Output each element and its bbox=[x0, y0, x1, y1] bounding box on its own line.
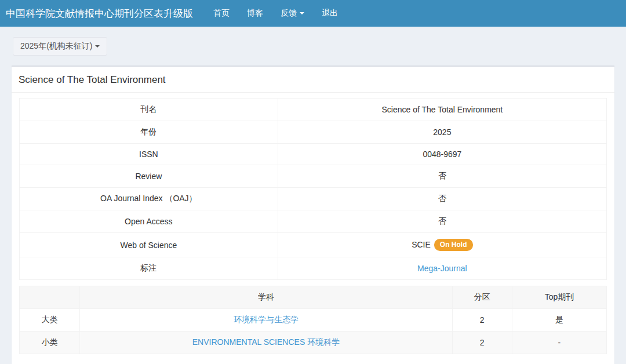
nav-item-feedback-label: 反馈 bbox=[281, 8, 297, 19]
table-row: Open Access 否 bbox=[20, 210, 607, 233]
top-journal-value: 是 bbox=[512, 309, 606, 332]
table-row: Web of Science SCIEOn Hold bbox=[20, 233, 607, 257]
field-value: 否 bbox=[278, 165, 606, 188]
table-row: 标注 Mega-Journal bbox=[20, 257, 607, 280]
nav-menu: 首页 博客 反馈 退出 bbox=[205, 0, 347, 27]
subject-cell: ENVIRONMENTAL SCIENCES 环境科学 bbox=[80, 332, 452, 354]
table-row-major-category: 大类 环境科学与生态学 2 是 bbox=[20, 309, 607, 332]
mega-journal-link[interactable]: Mega-Journal bbox=[417, 264, 467, 273]
column-header-partition: 分区 bbox=[452, 286, 512, 309]
journal-detail-table: 刊名 Science of The Total Environment 年份 2… bbox=[19, 98, 607, 280]
brand-title[interactable]: 中国科学院文献情报中心期刊分区表升级版 bbox=[0, 0, 200, 27]
nav-item-blog-label: 博客 bbox=[247, 8, 263, 19]
field-value: 0048-9697 bbox=[278, 144, 606, 165]
partition-value: 2 bbox=[452, 332, 512, 354]
year-dropdown-button[interactable]: 2025年(机构未征订) bbox=[13, 37, 107, 56]
subject-cell: 环境科学与生态学 bbox=[80, 309, 452, 332]
toolbar: 2025年(机构未征订) bbox=[0, 27, 626, 56]
field-value: 2025 bbox=[278, 121, 606, 144]
year-dropdown-label: 2025年(机构未征订) bbox=[20, 41, 92, 52]
field-label: Open Access bbox=[20, 210, 278, 233]
field-value: SCIEOn Hold bbox=[278, 233, 606, 257]
category-type: 小类 bbox=[20, 332, 80, 354]
table-row-minor-category: 小类 ENVIRONMENTAL SCIENCES 环境科学 2 - bbox=[20, 332, 607, 354]
nav-item-logout-label: 退出 bbox=[322, 8, 338, 19]
table-header-row: 学科 分区 Top期刊 bbox=[20, 286, 607, 309]
nav-item-blog[interactable]: 博客 bbox=[238, 0, 272, 27]
panel-body: 刊名 Science of The Total Environment 年份 2… bbox=[12, 93, 614, 364]
column-header-top: Top期刊 bbox=[512, 286, 606, 309]
field-label: 标注 bbox=[20, 257, 278, 280]
top-journal-value: - bbox=[512, 332, 606, 354]
field-label: ISSN bbox=[20, 144, 278, 165]
field-value: Science of The Total Environment bbox=[278, 99, 606, 121]
field-label: 刊名 bbox=[20, 99, 278, 121]
field-label: Web of Science bbox=[20, 233, 278, 257]
column-header-empty bbox=[20, 286, 80, 309]
nav-item-logout[interactable]: 退出 bbox=[313, 0, 347, 27]
nav-item-home[interactable]: 首页 bbox=[205, 0, 238, 27]
field-value: 否 bbox=[278, 188, 606, 210]
table-row: Review 否 bbox=[20, 165, 607, 188]
partition-table: 学科 分区 Top期刊 大类 环境科学与生态学 2 是 小类 EN bbox=[19, 286, 607, 354]
table-row: OA Journal Index （OAJ） 否 bbox=[20, 188, 607, 210]
field-label: OA Journal Index （OAJ） bbox=[20, 188, 278, 210]
field-value: Mega-Journal bbox=[278, 257, 606, 280]
journal-detail-panel: Science of The Total Environment 刊名 Scie… bbox=[12, 65, 614, 364]
subject-link[interactable]: ENVIRONMENTAL SCIENCES 环境科学 bbox=[192, 337, 340, 347]
field-label: 年份 bbox=[20, 121, 278, 144]
nav-item-feedback[interactable]: 反馈 bbox=[272, 0, 313, 27]
table-row: 年份 2025 bbox=[20, 121, 607, 144]
page-title: Science of The Total Environment bbox=[12, 67, 614, 93]
wos-index-value: SCIE bbox=[412, 240, 431, 249]
on-hold-status-badge: On Hold bbox=[434, 239, 473, 251]
field-value: 否 bbox=[278, 210, 606, 233]
chevron-down-icon bbox=[95, 45, 100, 48]
category-type: 大类 bbox=[20, 309, 80, 332]
nav-item-home-label: 首页 bbox=[213, 8, 230, 19]
chevron-down-icon bbox=[300, 12, 304, 14]
top-navbar: 中国科学院文献情报中心期刊分区表升级版 首页 博客 反馈 退出 bbox=[0, 0, 626, 27]
table-row: 刊名 Science of The Total Environment bbox=[20, 99, 607, 121]
column-header-subject: 学科 bbox=[80, 286, 452, 309]
partition-value: 2 bbox=[452, 309, 512, 332]
field-label: Review bbox=[20, 165, 278, 188]
subject-link[interactable]: 环境科学与生态学 bbox=[234, 315, 299, 324]
table-row: ISSN 0048-9697 bbox=[20, 144, 607, 165]
